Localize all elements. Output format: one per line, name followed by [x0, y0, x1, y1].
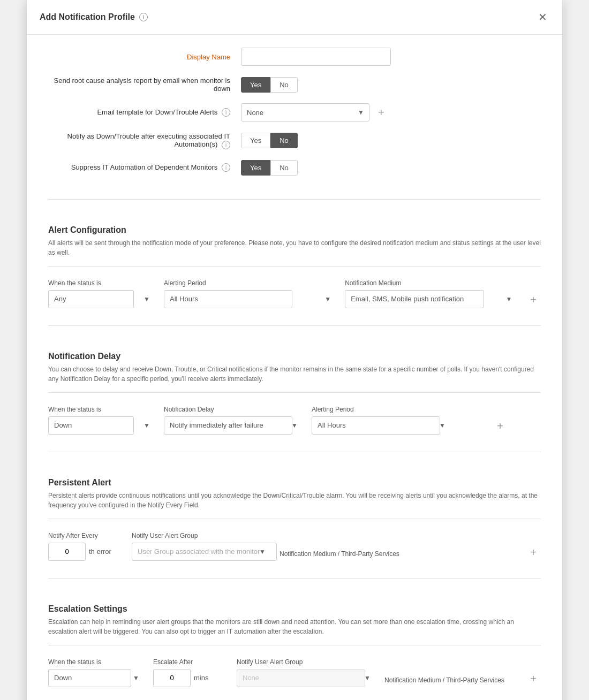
rca-row: Send root cause analysis report by email…: [48, 77, 541, 93]
alert-status-field: When the status is Any ▼: [48, 279, 155, 308]
alert-period-select-wrap: All Hours ▼: [164, 290, 336, 308]
rca-toggle-wrap: Yes No: [241, 77, 541, 93]
divider-notification-delay: [48, 392, 541, 393]
notify-down-no-button[interactable]: No: [270, 133, 298, 148]
suppress-btn-group: Yes No: [241, 160, 541, 176]
notify-down-btn-group: Yes No: [241, 133, 541, 148]
delay-period-select[interactable]: All Hours: [312, 416, 440, 435]
delay-type-select-wrap: Notify immediately after failure ▼: [164, 416, 303, 435]
escalation-title: Escalation Settings: [48, 591, 541, 614]
modal-header: Add Notification Profile i ✕: [27, 0, 562, 35]
email-template-row: Email template for Down/Trouble Alerts i…: [48, 103, 541, 121]
rca-label: Send root cause analysis report by email…: [48, 77, 241, 93]
delay-type-field: Notification Delay Notify immediately af…: [164, 406, 303, 435]
delay-status-field: When the status is Down ▼: [48, 406, 155, 435]
escalation-section: Escalation Settings Escalation can help …: [48, 579, 541, 701]
escalation-after-label: Escalate After: [153, 658, 228, 666]
notify-down-yes-button[interactable]: Yes: [241, 133, 270, 148]
notify-down-label: Notify as Down/Trouble after executing a…: [48, 132, 241, 149]
alert-medium-label: Notification Medium: [345, 279, 517, 287]
escalation-mins-input[interactable]: [153, 669, 191, 687]
alert-period-label: Alerting Period: [164, 279, 336, 287]
alert-status-select[interactable]: Any: [48, 290, 134, 308]
escalation-status-select-wrap: Down ▼: [48, 669, 145, 687]
display-name-input[interactable]: [241, 48, 391, 66]
notification-delay-grid: When the status is Down ▼ Notification D…: [48, 401, 541, 439]
notify-every-input[interactable]: 0: [48, 543, 86, 561]
suppress-label: Suppress IT Automation of Dependent Moni…: [48, 163, 241, 172]
suppress-info-icon[interactable]: i: [222, 163, 230, 172]
escalation-status-field: When the status is Down ▼: [48, 658, 145, 687]
alert-medium-select[interactable]: Email, SMS, Mobile push notification: [345, 290, 484, 308]
email-template-label: Email template for Down/Trouble Alerts i: [48, 108, 241, 117]
alert-status-chevron-icon: ▼: [144, 295, 150, 303]
display-name-field-wrap: [241, 48, 541, 66]
persistent-user-group-select-wrap: User Group associated with the monitor ▼: [132, 543, 271, 561]
escalation-mins-label: mins: [194, 674, 208, 682]
notify-down-row: Notify as Down/Trouble after executing a…: [48, 132, 541, 149]
rca-btn-group: Yes No: [241, 77, 541, 93]
email-template-select-wrap: None ▼: [241, 103, 369, 121]
alert-config-section: Alert Configuration All alerts will be s…: [48, 200, 541, 325]
suppress-no-button[interactable]: No: [270, 160, 298, 176]
rca-no-button[interactable]: No: [270, 77, 298, 93]
persistent-medium-field: Notification Medium / Third-Party Servic…: [280, 550, 517, 561]
persistent-user-group-select[interactable]: User Group associated with the monitor: [132, 543, 277, 561]
notification-delay-desc: You can choose to delay and receive Down…: [48, 364, 541, 384]
escalation-add-button[interactable]: +: [526, 673, 541, 687]
escalation-grid: When the status is Down ▼ Escalate After…: [48, 654, 541, 691]
email-template-add-button[interactable]: +: [374, 106, 389, 119]
escalation-user-group-select-wrap: None ▼: [237, 669, 376, 687]
notify-every-label: Notify After Every: [48, 532, 123, 539]
email-template-select[interactable]: None: [241, 103, 369, 121]
persistent-alert-section: Persistent Alert Persistent alerts provi…: [48, 452, 541, 578]
email-template-info-icon[interactable]: i: [222, 108, 230, 117]
escalation-after-field: Escalate After mins: [153, 658, 228, 687]
notification-delay-title: Notification Delay: [48, 339, 541, 361]
divider-persistent: [48, 519, 541, 519]
persistent-alert-desc: Persistent alerts provide continuous not…: [48, 491, 541, 510]
escalation-medium-label: Notification Medium / Third-Party Servic…: [384, 676, 517, 684]
persistent-user-group-field: Notify User Alert Group User Group assoc…: [132, 532, 271, 561]
escalation-user-group-label: Notify User Alert Group: [237, 658, 376, 666]
delay-period-label: Alerting Period: [312, 406, 451, 413]
suppress-yes-button[interactable]: Yes: [241, 160, 270, 176]
persistent-add-button[interactable]: +: [526, 546, 541, 561]
notify-down-toggle-wrap: Yes No: [241, 133, 541, 148]
title-info-icon[interactable]: i: [139, 13, 148, 21]
delay-period-select-wrap: All Hours ▼: [312, 416, 451, 435]
delay-status-select-wrap: Down ▼: [48, 416, 155, 435]
delay-status-select[interactable]: Down: [48, 416, 134, 435]
alert-config-grid: When the status is Any ▼ Alerting Period…: [48, 275, 541, 313]
notification-delay-section: Notification Delay You can choose to del…: [48, 326, 541, 452]
alert-status-label: When the status is: [48, 279, 155, 287]
display-name-row: Display Name: [48, 48, 541, 66]
notification-delay-add-button[interactable]: +: [459, 420, 541, 435]
rca-yes-button[interactable]: Yes: [241, 77, 270, 93]
alert-period-chevron-icon: ▼: [324, 295, 331, 303]
escalation-status-chevron-icon: ▼: [133, 674, 139, 682]
alert-medium-chevron-icon: ▼: [505, 295, 512, 303]
escalation-status-select[interactable]: Down: [48, 669, 131, 687]
alert-period-select[interactable]: All Hours: [164, 290, 292, 308]
alert-config-add-button[interactable]: +: [526, 294, 541, 308]
divider-escalation: [48, 645, 541, 645]
th-error-label: th error: [89, 547, 111, 556]
escalation-user-group-select[interactable]: None: [237, 669, 365, 687]
alert-period-field: Alerting Period All Hours ▼: [164, 279, 336, 308]
modal-container: Add Notification Profile i ✕ Display Nam…: [27, 0, 562, 700]
alert-medium-field: Notification Medium Email, SMS, Mobile p…: [345, 279, 517, 308]
title-text: Add Notification Profile: [40, 12, 135, 22]
modal-body: Display Name Send root cause analysis re…: [27, 35, 562, 700]
notify-down-info-icon[interactable]: i: [222, 141, 230, 149]
delay-type-label: Notification Delay: [164, 406, 303, 413]
close-button[interactable]: ✕: [536, 9, 549, 26]
divider-alert-config: [48, 266, 541, 267]
notify-every-field: Notify After Every 0 th error: [48, 532, 123, 561]
delay-type-select[interactable]: Notify immediately after failure: [164, 416, 292, 435]
alert-config-title: Alert Configuration: [48, 212, 541, 235]
email-template-field-wrap: None ▼ +: [241, 103, 541, 121]
escalation-mins-wrap: mins: [153, 669, 228, 687]
persistent-grid: Notify After Every 0 th error Notify Use…: [48, 528, 541, 565]
suppress-row: Suppress IT Automation of Dependent Moni…: [48, 160, 541, 176]
